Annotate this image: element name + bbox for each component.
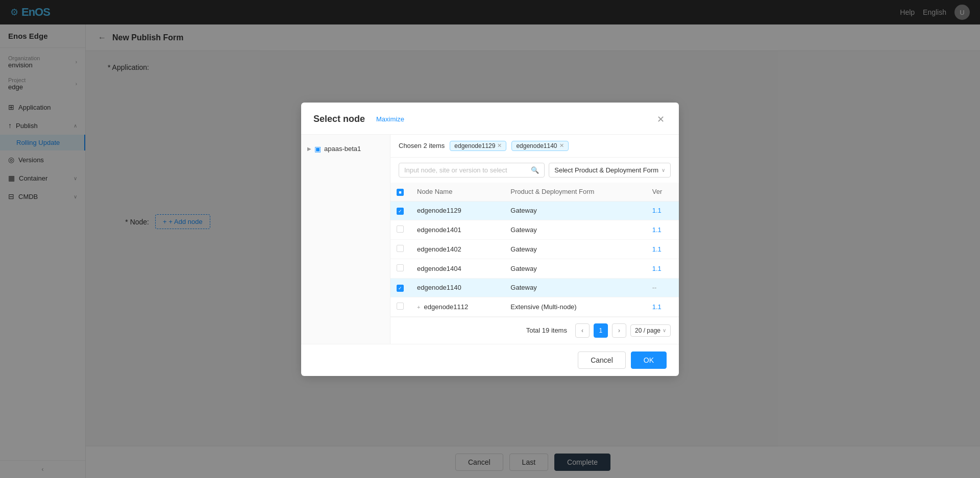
search-icon: 🔍 xyxy=(531,166,539,174)
row-checkbox-cell[interactable] xyxy=(390,259,411,278)
select-node-modal: Select node Maximize ✕ ▶ ▣ apaas-beta1 C… xyxy=(301,103,679,376)
row-ver: 1.1 xyxy=(646,297,679,316)
row-ver: 1.1 xyxy=(646,239,679,259)
modal-tree-sidebar: ▶ ▣ apaas-beta1 xyxy=(301,135,390,344)
col-ver: Ver xyxy=(646,183,679,202)
row-checkbox[interactable] xyxy=(397,225,404,233)
row-checkbox-cell[interactable]: ✓ xyxy=(390,201,411,220)
modal-title-group: Select node Maximize xyxy=(313,114,404,124)
tag-edgenode1129: edgenode1129 ✕ xyxy=(450,141,506,151)
search-input-wrapper[interactable]: Input node, site or version to select 🔍 xyxy=(399,163,545,178)
row-checkbox[interactable]: ✓ xyxy=(397,208,404,215)
chosen-items-bar: Chosen 2 items edgenode1129 ✕ edgenode11… xyxy=(390,135,679,158)
col-product-form: Product & Deployment Form xyxy=(504,183,646,202)
dropdown-chevron-icon: ∨ xyxy=(662,167,665,173)
modal-cancel-button[interactable]: Cancel xyxy=(578,351,626,369)
row-checkbox[interactable]: ✓ xyxy=(397,285,404,292)
search-row: Input node, site or version to select 🔍 … xyxy=(390,158,679,183)
table-row: edgenode1402Gateway1.1 xyxy=(390,239,679,259)
row-checkbox-cell[interactable] xyxy=(390,239,411,259)
table-header-row: ■ Node Name Product & Deployment Form Ve… xyxy=(390,183,679,202)
row-node-name: edgenode1401 xyxy=(411,220,504,239)
row-node-name: edgenode1129 xyxy=(411,201,504,220)
row-ver: -- xyxy=(646,278,679,297)
tag-edgenode1140: edgenode1140 ✕ xyxy=(511,141,568,151)
product-form-dropdown[interactable]: Select Product & Deployment Form ∨ xyxy=(549,163,671,178)
row-checkbox[interactable] xyxy=(397,264,404,271)
maximize-button[interactable]: Maximize xyxy=(376,115,404,123)
modal-body: ▶ ▣ apaas-beta1 Chosen 2 items edgenode1… xyxy=(301,135,679,344)
tree-item-apaas[interactable]: ▶ ▣ apaas-beta1 xyxy=(301,141,390,157)
row-ver: 1.1 xyxy=(646,220,679,239)
close-icon[interactable]: ✕ xyxy=(655,112,667,127)
row-product-form: Gateway xyxy=(504,239,646,259)
node-table: ■ Node Name Product & Deployment Form Ve… xyxy=(390,183,679,317)
row-checkbox-cell[interactable] xyxy=(390,220,411,239)
modal-title: Select node xyxy=(313,114,365,124)
page-1-button[interactable]: 1 xyxy=(594,323,608,338)
pagination: Total 19 items ‹ 1 › 20 / page ∨ xyxy=(390,317,679,344)
tree-expand-icon: ▶ xyxy=(307,146,311,152)
row-node-name: edgenode1402 xyxy=(411,239,504,259)
tag-close-2[interactable]: ✕ xyxy=(559,142,564,149)
table-row: edgenode1401Gateway1.1 xyxy=(390,220,679,239)
row-product-form: Gateway xyxy=(504,201,646,220)
prev-page-button[interactable]: ‹ xyxy=(575,323,590,338)
expand-icon[interactable]: + xyxy=(417,304,422,310)
tag-close-1[interactable]: ✕ xyxy=(497,142,502,149)
table-row: ✓edgenode1140Gateway-- xyxy=(390,278,679,297)
modal-overlay: Select node Maximize ✕ ▶ ▣ apaas-beta1 C… xyxy=(0,0,980,478)
tag-label-1: edgenode1129 xyxy=(454,142,495,149)
next-page-button[interactable]: › xyxy=(612,323,626,338)
pagination-total: Total 19 items xyxy=(526,326,567,334)
row-product-form: Extensive (Multi-node) xyxy=(504,297,646,316)
row-ver: 1.1 xyxy=(646,201,679,220)
chosen-label: Chosen 2 items xyxy=(399,142,445,149)
search-placeholder-text: Input node, site or version to select xyxy=(404,166,507,174)
tag-label-2: edgenode1140 xyxy=(516,142,557,149)
col-node-name: Node Name xyxy=(411,183,504,202)
row-ver: 1.1 xyxy=(646,259,679,278)
table-row: ✓edgenode1129Gateway1.1 xyxy=(390,201,679,220)
page-size-chevron-icon: ∨ xyxy=(663,328,666,333)
page-size-selector[interactable]: 20 / page ∨ xyxy=(630,324,671,337)
row-product-form: Gateway xyxy=(504,220,646,239)
modal-header: Select node Maximize ✕ xyxy=(301,103,679,135)
modal-ok-button[interactable]: OK xyxy=(631,351,667,369)
modal-right-content: Chosen 2 items edgenode1129 ✕ edgenode11… xyxy=(390,135,679,344)
product-form-placeholder: Select Product & Deployment Form xyxy=(554,166,658,174)
row-checkbox-cell[interactable] xyxy=(390,297,411,316)
app-icon: ▣ xyxy=(314,145,321,153)
row-product-form: Gateway xyxy=(504,259,646,278)
table-row: edgenode1404Gateway1.1 xyxy=(390,259,679,278)
row-checkbox[interactable] xyxy=(397,245,404,252)
tree-item-label: apaas-beta1 xyxy=(324,145,361,153)
row-checkbox-cell[interactable]: ✓ xyxy=(390,278,411,297)
row-node-name: + edgenode1112 xyxy=(411,297,504,316)
page-size-label: 20 / page xyxy=(635,327,660,334)
modal-footer: Cancel OK xyxy=(301,344,679,376)
table-row: + edgenode1112Extensive (Multi-node)1.1 xyxy=(390,297,679,316)
row-node-name: edgenode1404 xyxy=(411,259,504,278)
row-checkbox[interactable] xyxy=(397,303,404,310)
select-all-checkbox[interactable]: ■ xyxy=(397,189,404,196)
header-checkbox-cell[interactable]: ■ xyxy=(390,183,411,202)
row-product-form: Gateway xyxy=(504,278,646,297)
row-node-name: edgenode1140 xyxy=(411,278,504,297)
